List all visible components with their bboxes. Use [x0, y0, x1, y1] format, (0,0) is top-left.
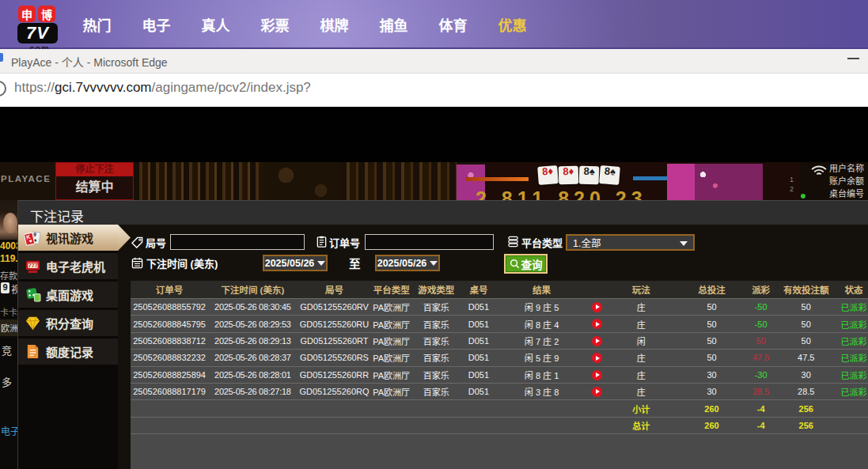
cell-order-no: 250526088845795: [131, 316, 208, 332]
replay-button[interactable]: [592, 336, 602, 346]
cell-valid-bet: 30: [775, 366, 838, 383]
cell-table-no: D051: [461, 350, 496, 366]
dropdown-arrow-icon: [430, 261, 438, 266]
text-fragment: 多: [2, 374, 12, 389]
cell-game-type: 百家乐: [411, 332, 461, 349]
nav-item-2[interactable]: 真人: [186, 14, 245, 35]
address-input[interactable]: https://gci.7vvvvvv.com/agingame/pcv2/in…: [14, 80, 311, 96]
subtotal-label: 小计: [606, 400, 676, 417]
to-label: 至: [349, 255, 361, 271]
sidebar-item-label: 桌面游戏: [46, 286, 93, 303]
browser-urlbar: https://gci.7vvvvvv.com/agingame/pcv2/in…: [0, 74, 868, 107]
cell-bet-time: 2025-05-26 08:29:13: [208, 332, 297, 349]
text-fragment: 卡卡: [0, 305, 17, 318]
text-fragment: 视: [11, 282, 17, 296]
minimize-button[interactable]: [847, 58, 859, 59]
tab-favicon-icon: [0, 53, 3, 62]
site-logo[interactable]: 申 博 7V .com: [18, 4, 58, 49]
cell-order-no: 250526088838712: [131, 332, 208, 349]
sidebar-item-2[interactable]: 桌面游戏: [18, 282, 118, 308]
screen: 申 博 7V .com 热门电子真人彩票棋牌捕鱼体育优惠 PlayAce - 个…: [0, 0, 868, 469]
cell-platform: PA欧洲厅: [372, 350, 411, 366]
nav-item-4[interactable]: 棋牌: [305, 14, 364, 35]
cell-table-no: D051: [461, 299, 496, 316]
bet-bar-orange: [465, 177, 529, 181]
cell-result: 闲 8 庄 4: [496, 316, 587, 332]
site-navbar: 申 博 7V .com 热门电子真人彩票棋牌捕鱼体育优惠: [0, 0, 868, 49]
cell-platform: PA欧洲厅: [372, 299, 411, 316]
total-payout: -4: [748, 417, 775, 433]
account-label: 用户名称: [829, 162, 864, 175]
cell-round-no: GD051255260RR: [297, 366, 371, 383]
cell-order-no: 250526088855792: [131, 299, 208, 316]
order-no-input[interactable]: [365, 234, 494, 250]
cell-status: 已派彩: [838, 316, 868, 332]
cell-platform: PA欧洲厅: [372, 316, 411, 332]
table-row: 2505260888557922025-05-26 08:30:45GD0512…: [131, 299, 868, 316]
cell-order-no: 250526088825894: [131, 366, 208, 383]
tag-icon: [131, 236, 143, 248]
background-left-column: 4003 119. 存款 9 视 卡卡 欧洲 竞 多 电子: [0, 200, 17, 469]
nav-item-5[interactable]: 捕鱼: [364, 14, 423, 35]
nav-item-7[interactable]: 优惠: [483, 14, 542, 35]
sidebar-item-label: 积分查询: [46, 315, 93, 331]
replay-button[interactable]: [592, 302, 602, 312]
sidebar-item-4[interactable]: 额度记录: [18, 339, 118, 365]
date-to-value: 2025/05/26: [377, 258, 430, 269]
column-header-2: 局号: [297, 281, 371, 299]
cell-bet-time: 2025-05-26 08:30:45: [208, 299, 297, 316]
cell-replay: [587, 332, 606, 349]
cell-table-no: D051: [461, 332, 496, 349]
platform-type-value: 1.全部: [567, 235, 601, 250]
search-button[interactable]: 查询: [504, 254, 548, 274]
cell-valid-bet: 47.5: [775, 350, 838, 366]
cell-result: 闲 7 庄 2: [496, 332, 587, 349]
cell-round-no: GD051255260RU: [297, 316, 371, 332]
cell-result: 闲 5 庄 9: [496, 350, 587, 366]
sidebar-item-0[interactable]: 9♠K♥视讯游戏: [18, 225, 118, 251]
nav-item-6[interactable]: 体育: [423, 14, 483, 35]
cell-table-no: D051: [461, 316, 496, 332]
nav-item-3[interactable]: 彩票: [245, 14, 305, 35]
cell-order-no: 250526088817179: [131, 383, 208, 399]
background-blinds: [134, 162, 263, 200]
stop-betting-label: 停止下注: [56, 163, 133, 176]
column-header-10: 派彩: [748, 281, 775, 299]
nav-item-1[interactable]: 电子: [127, 14, 186, 35]
replay-button[interactable]: [592, 353, 602, 363]
text-fragment: 欧洲: [0, 320, 17, 336]
table-header-row: 订单号下注时间 (美东)局号平台类型游戏类型桌号结果玩法总投注派彩有效投注额状态: [131, 281, 868, 299]
cell-platform: PA欧洲厅: [372, 383, 411, 399]
column-header-11: 有效投注额: [775, 281, 838, 299]
cards-icon: 9♠K♥: [25, 229, 41, 246]
nav-item-0[interactable]: 热门: [67, 14, 127, 35]
seat-numbers: 12: [790, 175, 794, 194]
sidebar-item-1[interactable]: 777电子老虎机: [18, 253, 118, 279]
cell-total-bet: 50: [676, 332, 747, 349]
bet-time-label: 下注时间 (美东): [146, 255, 218, 270]
replay-button[interactable]: [592, 370, 602, 380]
replay-button[interactable]: [592, 387, 602, 397]
table-body: 2505260888557922025-05-26 08:30:45GD0512…: [131, 299, 868, 434]
cell-status: 已派彩: [838, 366, 868, 383]
cell-round-no: GD051255260RQ: [297, 383, 371, 399]
subtotal-row: 小计260-4256: [131, 400, 868, 417]
date-to-select[interactable]: 2025/05/26: [375, 255, 440, 271]
column-header-1: 下注时间 (美东): [208, 281, 297, 299]
reload-icon[interactable]: [0, 81, 6, 96]
cell-game-type: 百家乐: [411, 316, 461, 332]
cell-play: 庄: [606, 350, 676, 366]
column-header-0: 订单号: [131, 281, 208, 299]
dealer-photo: [0, 200, 17, 240]
table-games-icon: [25, 286, 41, 303]
date-from-select[interactable]: 2025/05/26: [263, 255, 328, 271]
platform-type-select[interactable]: 1.全部: [566, 234, 695, 251]
sidebar-item-3[interactable]: 积分查询: [18, 310, 118, 336]
background-casino-strip: PLAYACE 停止下注 结算中 8♦8♦8♠8♠ 2 811 820 23 1…: [0, 162, 868, 200]
cell-platform: PA欧洲厅: [372, 332, 411, 349]
bet-records-modal: 下注记录 9♠K♥视讯游戏777电子老虎机桌面游戏积分查询额度记录 局号 订单号: [17, 200, 868, 469]
round-no-input[interactable]: [170, 234, 305, 250]
replay-button[interactable]: [592, 319, 602, 329]
playing-card: 8♠: [579, 166, 600, 185]
playing-card: 8♠: [599, 165, 620, 185]
